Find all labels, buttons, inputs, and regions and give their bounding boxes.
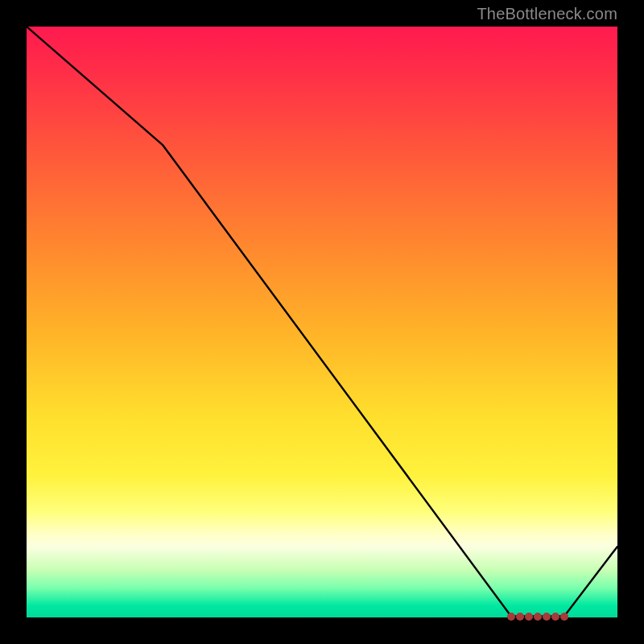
- optimal-marker: [543, 613, 551, 621]
- optimal-marker: [551, 613, 559, 621]
- bottleneck-line: [27, 27, 617, 617]
- chart-stage: TheBottleneck.com: [0, 0, 644, 644]
- optimal-marker: [516, 613, 524, 621]
- optimal-marker: [507, 613, 515, 621]
- optimal-marker: [560, 613, 568, 621]
- attribution-label: TheBottleneck.com: [477, 5, 617, 23]
- plot-area: [27, 27, 617, 617]
- optimal-marker: [525, 613, 533, 621]
- optimal-marker: [534, 613, 542, 621]
